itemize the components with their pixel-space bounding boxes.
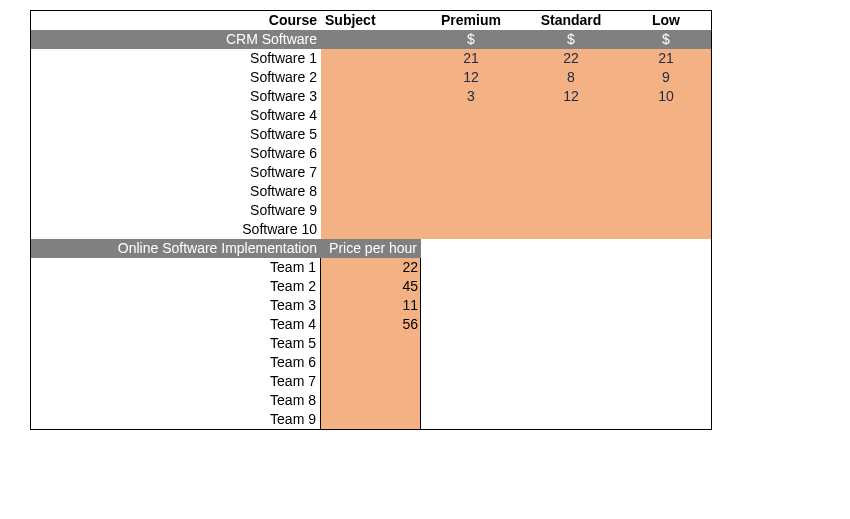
software-premium: [421, 220, 521, 239]
table-row: Team 9: [31, 410, 711, 429]
software-label: Software 3: [31, 87, 321, 106]
table-row: Software 5: [31, 125, 711, 144]
section-crm-title: CRM Software: [31, 30, 321, 49]
spreadsheet: Course Subject Premium Standard Low CRM …: [30, 10, 712, 430]
table-row: Team 7: [31, 372, 711, 391]
table-row: Team 8: [31, 391, 711, 410]
table-row: Software 2 12 8 9: [31, 68, 711, 87]
section-crm-blank: [321, 30, 421, 49]
currency-standard: $: [521, 30, 621, 49]
software-premium: [421, 144, 521, 163]
software-label: Software 1: [31, 49, 321, 68]
section-impl-title: Online Software Implementation: [31, 239, 321, 258]
software-subject: [321, 125, 421, 144]
software-standard: 12: [521, 87, 621, 106]
table-row: Software 4: [31, 106, 711, 125]
table-row: Software 8: [31, 182, 711, 201]
software-subject: [321, 87, 421, 106]
software-subject: [321, 182, 421, 201]
software-standard: [521, 163, 621, 182]
table-row: Team 2 45: [31, 277, 711, 296]
software-standard: 22: [521, 49, 621, 68]
currency-low: $: [621, 30, 711, 49]
software-subject: [321, 163, 421, 182]
software-premium: 3: [421, 87, 521, 106]
software-standard: [521, 201, 621, 220]
software-low: [621, 182, 711, 201]
software-premium: [421, 182, 521, 201]
section-crm-band: CRM Software $ $ $: [31, 30, 711, 49]
team-price: 56: [321, 315, 421, 334]
team-label: Team 5: [31, 334, 321, 353]
team-price: [321, 334, 421, 353]
software-standard: [521, 125, 621, 144]
team-price: 11: [321, 296, 421, 315]
header-subject: Subject: [321, 11, 421, 30]
table-row: Team 4 56: [31, 315, 711, 334]
table-row: Team 3 11: [31, 296, 711, 315]
software-premium: 21: [421, 49, 521, 68]
currency-premium: $: [421, 30, 521, 49]
header-row: Course Subject Premium Standard Low: [31, 11, 711, 30]
software-label: Software 5: [31, 125, 321, 144]
team-price: 45: [321, 277, 421, 296]
team-label: Team 7: [31, 372, 321, 391]
software-low: [621, 220, 711, 239]
table-row: Software 10: [31, 220, 711, 239]
software-low: 9: [621, 68, 711, 87]
team-label: Team 6: [31, 353, 321, 372]
table-row: Software 7: [31, 163, 711, 182]
section-impl-blank: [421, 239, 521, 258]
software-low: 21: [621, 49, 711, 68]
team-label: Team 8: [31, 391, 321, 410]
software-standard: [521, 220, 621, 239]
software-label: Software 9: [31, 201, 321, 220]
software-subject: [321, 144, 421, 163]
header-standard: Standard: [521, 11, 621, 30]
software-standard: [521, 182, 621, 201]
table-row: Team 1 22: [31, 258, 711, 277]
team-label: Team 2: [31, 277, 321, 296]
table-row: Team 6: [31, 353, 711, 372]
table-row: Software 3 3 12 10: [31, 87, 711, 106]
software-standard: [521, 106, 621, 125]
team-price: [321, 391, 421, 410]
software-premium: [421, 106, 521, 125]
software-subject: [321, 220, 421, 239]
software-subject: [321, 201, 421, 220]
software-low: [621, 125, 711, 144]
software-premium: [421, 201, 521, 220]
team-label: Team 4: [31, 315, 321, 334]
table-row: Software 1 21 22 21: [31, 49, 711, 68]
software-low: 10: [621, 87, 711, 106]
software-subject: [321, 68, 421, 87]
team-price: 22: [321, 258, 421, 277]
team-price: [321, 372, 421, 391]
software-label: Software 6: [31, 144, 321, 163]
software-low: [621, 106, 711, 125]
software-low: [621, 163, 711, 182]
software-premium: 12: [421, 68, 521, 87]
section-impl-blank: [621, 239, 711, 258]
software-label: Software 7: [31, 163, 321, 182]
table-row: Team 5: [31, 334, 711, 353]
software-label: Software 2: [31, 68, 321, 87]
section-impl-subhead: Price per hour: [321, 239, 421, 258]
section-impl-band: Online Software Implementation Price per…: [31, 239, 711, 258]
software-subject: [321, 49, 421, 68]
header-course: Course: [31, 11, 321, 30]
team-label: Team 9: [31, 410, 321, 429]
software-label: Software 4: [31, 106, 321, 125]
software-standard: [521, 144, 621, 163]
software-premium: [421, 125, 521, 144]
software-subject: [321, 106, 421, 125]
table-row: Software 9: [31, 201, 711, 220]
software-low: [621, 144, 711, 163]
software-premium: [421, 163, 521, 182]
software-standard: 8: [521, 68, 621, 87]
table-row: Software 6: [31, 144, 711, 163]
team-label: Team 1: [31, 258, 321, 277]
header-premium: Premium: [421, 11, 521, 30]
team-price: [321, 353, 421, 372]
software-label: Software 10: [31, 220, 321, 239]
